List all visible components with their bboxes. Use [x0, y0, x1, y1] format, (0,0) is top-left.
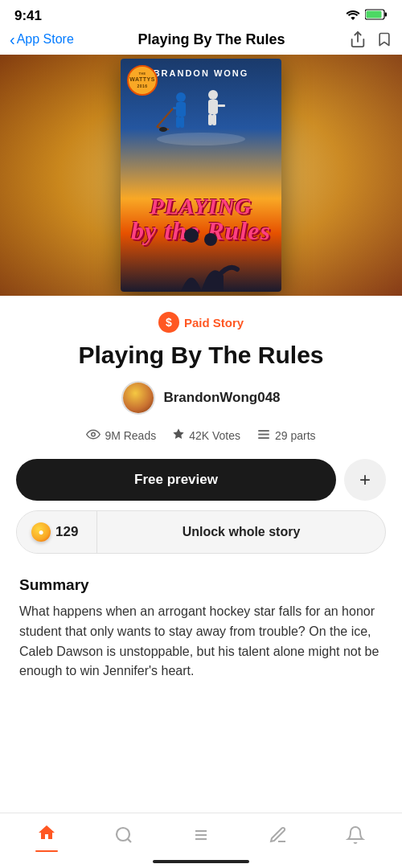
paid-story-icon: $	[158, 312, 179, 333]
author-row[interactable]: BrandonWong048	[16, 381, 386, 415]
dollar-sign: $	[166, 316, 172, 329]
votes-count: 42K Votes	[189, 429, 240, 442]
svg-rect-9	[180, 117, 184, 128]
status-time: 9:41	[14, 8, 42, 24]
coin-icon: ●	[31, 522, 51, 542]
svg-line-10	[157, 108, 173, 127]
svg-rect-7	[173, 107, 180, 109]
author-avatar-image	[123, 383, 154, 413]
svg-rect-15	[218, 104, 225, 107]
parts-count: 29 parts	[275, 429, 316, 442]
svg-marker-22	[174, 428, 184, 439]
svg-point-12	[159, 127, 167, 132]
paid-story-row: $ Paid Story	[16, 312, 386, 333]
summary-section: Summary What happens when an arrogant ho…	[16, 576, 386, 682]
nav-back-button[interactable]: ‹ App Store	[10, 31, 74, 47]
svg-point-5	[176, 92, 186, 102]
svg-point-26	[117, 828, 129, 841]
book-cover: THE WATTYS 2016 BRANDON WONG	[121, 59, 281, 292]
eye-icon	[86, 428, 100, 442]
parts-stat: 29 parts	[256, 428, 316, 443]
nav-home[interactable]	[8, 823, 85, 853]
svg-point-13	[208, 90, 218, 100]
free-preview-button[interactable]: Free preview	[16, 459, 336, 501]
home-nav-underline	[35, 850, 58, 853]
coin-amount: 129	[55, 524, 78, 540]
story-title: Playing By The Rules	[16, 341, 386, 370]
stats-row: 9M Reads 42K Votes 29 parts	[16, 428, 386, 443]
svg-rect-1	[385, 13, 388, 17]
reads-stat: 9M Reads	[86, 428, 156, 442]
summary-heading: Summary	[19, 576, 383, 594]
svg-rect-8	[176, 117, 180, 128]
nav-notifications[interactable]	[317, 825, 394, 850]
nav-title: Playing By The Rules	[74, 31, 349, 48]
browse-icon	[191, 825, 211, 850]
star-icon	[172, 428, 185, 443]
svg-rect-18	[121, 219, 281, 292]
book-author-name: BRANDON WONG	[154, 68, 249, 78]
svg-point-20	[204, 233, 217, 246]
author-avatar	[121, 381, 155, 415]
list-icon	[256, 428, 271, 443]
book-cover-inner: THE WATTYS 2016 BRANDON WONG	[121, 59, 281, 292]
nav-actions	[349, 31, 392, 48]
home-icon	[37, 823, 56, 847]
svg-rect-14	[208, 100, 218, 114]
home-indicator	[153, 860, 249, 863]
couple-silhouette	[121, 219, 281, 292]
svg-rect-16	[208, 114, 212, 125]
status-bar: 9:41	[0, 0, 402, 27]
svg-point-19	[184, 228, 199, 243]
bookmark-icon	[376, 31, 392, 48]
hero-area: THE WATTYS 2016 BRANDON WONG	[0, 55, 402, 296]
wifi-icon	[346, 9, 360, 23]
share-button[interactable]	[349, 31, 367, 48]
summary-text: What happens when an arrogant hockey sta…	[19, 602, 383, 682]
svg-point-21	[92, 432, 96, 436]
nav-bar: ‹ App Store Playing By The Rules	[0, 27, 402, 55]
content-area: $ Paid Story Playing By The Rules Brando…	[0, 296, 402, 754]
battery-icon	[365, 9, 388, 23]
nav-write[interactable]	[240, 825, 317, 850]
author-name: BrandonWong048	[163, 390, 280, 406]
svg-rect-2	[367, 11, 382, 18]
hockey-player-illustration	[149, 83, 253, 147]
paid-story-label: Paid Story	[184, 316, 244, 330]
reads-count: 9M Reads	[105, 429, 156, 442]
action-buttons-row: Free preview +	[16, 459, 386, 501]
add-to-library-button[interactable]: +	[344, 459, 386, 501]
write-icon	[269, 825, 288, 850]
status-icons	[346, 9, 388, 23]
unlock-whole-story-label: Unlock whole story	[97, 514, 385, 551]
svg-rect-17	[212, 114, 216, 125]
share-icon	[349, 31, 367, 48]
svg-point-4	[157, 133, 245, 145]
nav-browse[interactable]	[162, 825, 240, 850]
back-label: App Store	[17, 32, 74, 47]
back-chevron-icon: ‹	[10, 31, 15, 47]
unlock-row[interactable]: ● 129 Unlock whole story	[16, 510, 386, 554]
nav-search[interactable]	[85, 825, 162, 850]
coins-section: ● 129	[17, 511, 97, 553]
svg-line-27	[128, 838, 131, 841]
votes-stat: 42K Votes	[172, 428, 240, 443]
notifications-icon	[346, 825, 365, 850]
coin-symbol: ●	[38, 526, 43, 538]
bookmark-button[interactable]	[376, 31, 392, 48]
search-icon	[114, 825, 133, 850]
